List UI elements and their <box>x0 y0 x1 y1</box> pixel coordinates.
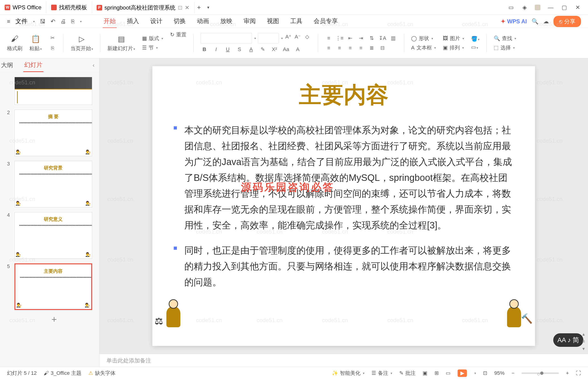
minimize-button[interactable]: ― <box>547 4 554 11</box>
app-icon[interactable]: ▭ <box>508 4 514 11</box>
bullet-text-1[interactable]: 本文的研究目标是以学校的高校社团管理体系为对象，论文的研究内容包括；社团信息、社… <box>184 122 514 233</box>
menu-tab-vip[interactable]: 会员专享 <box>313 15 339 28</box>
comments-toggle[interactable]: ✎批注 <box>399 370 416 377</box>
textbox-button[interactable]: A文本框▾ <box>411 44 436 51</box>
font-size-select[interactable] <box>258 33 279 43</box>
layout-button[interactable]: ▦版式▾ <box>142 35 163 42</box>
align-left-button[interactable]: ≡ <box>325 44 333 52</box>
tab-wps-office[interactable]: W WPS Office <box>0 1 46 14</box>
increase-font-button[interactable]: A⁺ <box>285 33 292 41</box>
new-slide-button[interactable]: ▤ 新建幻灯片▾ <box>107 34 135 52</box>
menu-tab-transition[interactable]: 切换 <box>173 15 187 28</box>
line-spacing-button[interactable]: ⇅ <box>368 34 375 42</box>
reading-view-button[interactable]: ▭ <box>446 370 451 376</box>
slide-nav-scroll[interactable]: ▴ ≡ ▾ <box>580 124 587 354</box>
prev-slide-button[interactable]: ▴ <box>582 331 585 337</box>
slide-counter[interactable]: 幻灯片 5 / 12 <box>7 370 37 377</box>
align-right-button[interactable]: ≡ <box>347 44 354 52</box>
align-center-button[interactable]: ≡ <box>336 44 343 52</box>
text-direction-button[interactable]: ↧A <box>379 34 386 42</box>
distribute-button[interactable]: ≣ <box>368 44 375 52</box>
section-button[interactable]: ☰节▾ <box>142 44 163 51</box>
zoom-slider[interactable]: ○ <box>521 372 559 374</box>
theme-indicator[interactable]: 🖌3_Office 主题 <box>44 370 82 377</box>
find-button[interactable]: 🔍查找▾ <box>494 35 516 42</box>
add-slide-button[interactable]: + <box>15 315 94 324</box>
slide-thumbnail-2[interactable]: 摘 要 ■■■■■■■■■■■■■■■■■■■■■■■■■■■■■■■■■■■■… <box>15 110 92 156</box>
fit-button[interactable]: ⛶ <box>576 370 581 376</box>
menu-icon[interactable]: ≡ <box>7 18 10 25</box>
share-button[interactable]: ⎋ 分享 <box>554 16 581 27</box>
superscript-button[interactable]: X² <box>271 46 278 53</box>
notes-input[interactable]: 单击此处添加备注 <box>100 354 588 367</box>
search-icon[interactable]: 🔍 <box>532 18 538 25</box>
smart-beautify-button[interactable]: ✨智能美化▾ <box>332 370 365 377</box>
close-icon[interactable]: ✕ <box>185 5 189 10</box>
preview-icon[interactable]: ⎘ <box>71 18 74 25</box>
menu-tab-design[interactable]: 设计 <box>149 15 163 28</box>
sorter-view-button[interactable]: ⊞ <box>435 370 439 376</box>
align-justify-button[interactable]: ≡ <box>357 44 365 52</box>
underline-button[interactable]: U <box>224 46 232 53</box>
font-color-button[interactable]: A <box>247 46 255 53</box>
from-current-slide-button[interactable]: ▷ 当页开始▾ <box>70 34 93 52</box>
tab-doke[interactable]: 找稻壳模板 <box>46 1 92 14</box>
decrease-font-button[interactable]: A⁻ <box>294 33 302 41</box>
shape-button[interactable]: ◯形状▾ <box>411 35 436 42</box>
menu-tab-tools[interactable]: 工具 <box>289 15 303 28</box>
zoom-thumb[interactable] <box>540 372 543 375</box>
save-icon[interactable]: 🖫 <box>40 18 46 25</box>
text-mode-pill[interactable]: AA ♪ 简 <box>553 333 583 347</box>
bold-button[interactable]: B <box>201 46 208 53</box>
slide-thumbnail-1[interactable] <box>15 77 92 105</box>
slide-thumbnail-3[interactable]: 研究背景 ■■■■■■■■■■■■■■■■■■■■■■■■■■■■■■■■■■■… <box>15 161 92 207</box>
undo-icon[interactable]: ↶ <box>51 18 55 25</box>
indent-right-button[interactable]: ⇥ <box>357 34 365 42</box>
normal-view-button[interactable]: ▣ <box>422 370 427 376</box>
italic-button[interactable]: I <box>212 46 220 53</box>
menu-tab-view[interactable]: 视图 <box>266 15 280 28</box>
picture-button[interactable]: 🖼图片▾ <box>443 35 464 42</box>
next-slide-button[interactable]: ▾ <box>582 346 585 351</box>
cube-icon[interactable]: ◈ <box>521 4 528 11</box>
menu-tab-animation[interactable]: 动画 <box>196 15 210 28</box>
zoom-out-button[interactable]: − <box>511 370 515 376</box>
slide-menu-button[interactable]: ≡ <box>582 339 585 344</box>
indent-left-button[interactable]: ⇤ <box>347 34 354 42</box>
zoom-in-button[interactable]: + <box>566 370 569 376</box>
pin-icon[interactable]: ⊡ <box>178 4 183 11</box>
reset-button[interactable]: ↻重置 <box>170 31 186 38</box>
close-button[interactable]: ✕ <box>574 4 581 11</box>
cloud-icon[interactable]: ☁ <box>543 18 549 25</box>
file-menu[interactable]: 文件 <box>16 17 28 25</box>
slide[interactable]: 主要内容 ■ 本文的研究目标是以学校的高校社团管理体系为对象，论文的研究内容包括… <box>152 66 535 346</box>
slide-thumbnail-4[interactable]: 研究意义 ■■■■■■■■■■■■■■■■■■■■■■■■■■■■■■■■■■■… <box>15 212 92 259</box>
menu-tab-start[interactable]: 开始 <box>103 15 117 28</box>
wps-ai-button[interactable]: ✦ WPS AI <box>501 18 527 25</box>
grid-button[interactable]: ⊡ <box>483 370 487 376</box>
select-button[interactable]: ⬚选择▾ <box>494 44 516 51</box>
notes-toggle[interactable]: ☰备注▾ <box>371 370 392 377</box>
font-family-select[interactable] <box>201 33 252 43</box>
highlight-button[interactable]: ✎ <box>259 46 267 53</box>
strikethrough-button[interactable]: S <box>236 46 243 53</box>
fill-button[interactable]: 🪣▾ <box>471 36 480 42</box>
zoom-value[interactable]: 95% <box>494 370 504 376</box>
bullet-text-2[interactable]: 同时，也正是由于管理制度的使用，使得更多的工作者可以被解放出来，将更多的精力投入… <box>184 242 514 290</box>
cut-button[interactable]: ✂ <box>49 34 56 42</box>
missing-font-warning[interactable]: ⚠缺失字体 <box>88 370 116 377</box>
numbering-button[interactable]: ⋮≡ <box>336 34 343 42</box>
bullets-button[interactable]: ≡ <box>325 34 333 42</box>
slides-tab[interactable]: 幻灯片 <box>23 59 43 72</box>
columns-button[interactable]: ▥ <box>389 34 397 42</box>
collapse-panel-button[interactable]: ‹ <box>93 62 99 68</box>
text-effects-button[interactable]: A <box>294 46 302 53</box>
slide-thumbnail-5[interactable]: 主要内容 ■■■■■■■■■■■■■■■■■■■■■■■■■■■■■■■■■■■… <box>15 263 92 310</box>
maximize-button[interactable]: ▢ <box>561 4 568 11</box>
menu-tab-slideshow[interactable]: 放映 <box>219 15 233 28</box>
slideshow-button[interactable]: ▶ <box>458 369 467 377</box>
outline-tab[interactable]: 大纲 <box>0 59 14 72</box>
add-tab-button[interactable]: + <box>194 4 204 11</box>
avatar-icon[interactable] <box>535 5 540 10</box>
tab-dropdown[interactable]: ▾ <box>204 5 213 10</box>
